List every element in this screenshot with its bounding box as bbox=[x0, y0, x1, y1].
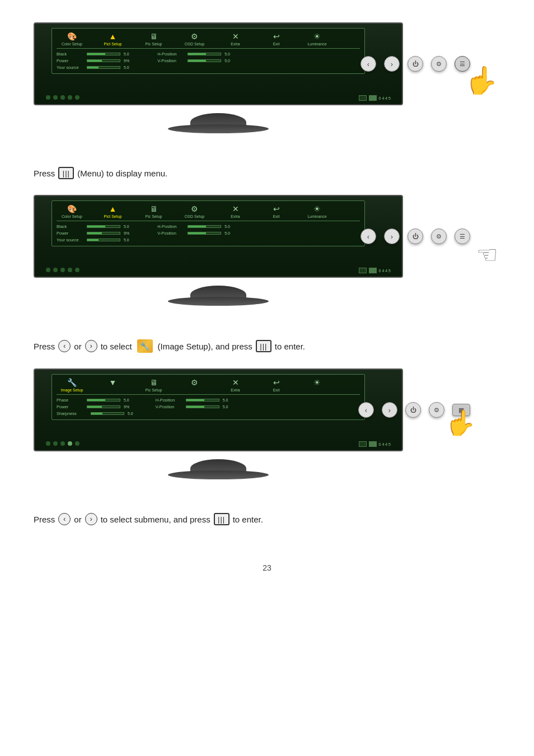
monitor-base-3 bbox=[168, 470, 269, 479]
menu-icon-box-1: ||| bbox=[58, 167, 74, 179]
or-text-2: or bbox=[74, 342, 81, 351]
monitor-screen-1: 🎨 Color Setup ▲ Pict Setup 🖥 Pic Setup bbox=[34, 22, 403, 105]
osd3-tab-blank3: ☀ bbox=[302, 378, 332, 392]
monitor-base-2 bbox=[168, 297, 269, 306]
section-1: 🎨 Color Setup ▲ Pict Setup 🖥 Pic Setup bbox=[34, 22, 500, 151]
osd2-tab-color: 🎨 Color Setup bbox=[57, 204, 87, 218]
instruction-3: Press ‹ or › to select submenu, and pres… bbox=[34, 513, 263, 525]
osd2-tab-extra: ✕ Extra bbox=[220, 204, 251, 218]
page-number: 23 bbox=[263, 563, 271, 572]
btn-settings-2[interactable]: ⚙ bbox=[431, 228, 447, 244]
instruction-1-prefix: Press bbox=[34, 169, 55, 178]
arrow-right-btn-2[interactable]: › bbox=[85, 340, 97, 352]
osd-tab-exit: ↩ Exit bbox=[261, 32, 292, 46]
arrow-left-btn-3[interactable]: ‹ bbox=[58, 513, 71, 525]
btn-power-3[interactable]: ⏻ bbox=[405, 402, 421, 418]
instruction-3-prefix: Press bbox=[34, 515, 55, 524]
menu-icon-sym-1: ||| bbox=[63, 169, 70, 178]
btn-right-2[interactable]: › bbox=[384, 228, 400, 244]
osd-tab-extra: ✕ Extra bbox=[220, 32, 251, 46]
instruction-1: Press ||| (Menu) to display menu. bbox=[34, 167, 167, 179]
monitor-base-1 bbox=[168, 124, 269, 133]
osd-tab-picsetup: 🖥 Pic Setup bbox=[138, 32, 169, 46]
instruction-1-suffix: (Menu) to display menu. bbox=[77, 169, 167, 178]
osd2-tab-pictsetup: ▲ Pict Setup bbox=[97, 204, 128, 218]
menu-icon-box-2: ||| bbox=[256, 340, 271, 352]
monitor-screen-3: 🔧 Image Setup ▼ 🖥 Pic Setup ⚙ bbox=[34, 368, 403, 451]
section-2: 🎨 Color Setup ▲ Pict Setup 🖥 Pic Setup bbox=[34, 195, 500, 324]
section-3: 🔧 Image Setup ▼ 🖥 Pic Setup ⚙ bbox=[34, 368, 500, 497]
mid-text-2: to select bbox=[101, 342, 132, 351]
end-text-2: to enter. bbox=[275, 342, 305, 351]
monitor-buttons-2: ‹ › ⏻ ⚙ ☰ bbox=[360, 228, 470, 244]
btn-settings-3[interactable]: ⚙ bbox=[429, 402, 444, 418]
menu-icon-sym-2: ||| bbox=[260, 342, 267, 351]
btn-right-1[interactable]: › bbox=[384, 56, 400, 72]
monitor-area-2: 🎨 Color Setup ▲ Pict Setup 🖥 Pic Setup bbox=[34, 195, 493, 324]
arrow-right-btn-3[interactable]: › bbox=[85, 513, 97, 525]
btn-settings-1[interactable]: ⚙ bbox=[431, 56, 447, 72]
osd-1: 🎨 Color Setup ▲ Pict Setup 🖥 Pic Setup bbox=[51, 28, 365, 74]
finger-icon-1: 👆 bbox=[465, 67, 498, 94]
osd-tab-pictsetup: ▲ Pict Setup bbox=[97, 32, 128, 46]
osd2-tab-luminance: ☀ Luminance bbox=[302, 204, 332, 218]
osd2-tab-exit: ↩ Exit bbox=[261, 204, 292, 218]
osd3-tab-blank2: ⚙ bbox=[179, 378, 210, 392]
osd-tab-luminance: ☀ Luminance bbox=[302, 32, 332, 46]
btn-power-2[interactable]: ⏻ bbox=[407, 228, 423, 244]
osd3-tab-exit: ↩ Exit bbox=[261, 378, 292, 392]
instruction-2-prefix: Press bbox=[34, 342, 55, 351]
osd2-tab-picsetup: 🖥 Pic Setup bbox=[138, 204, 169, 218]
page-container: 🎨 Color Setup ▲ Pict Setup 🖥 Pic Setup bbox=[0, 0, 534, 756]
arrow-left-btn-2[interactable]: ‹ bbox=[58, 340, 71, 352]
osd-tab-color: 🎨 Color Setup bbox=[57, 32, 87, 46]
osd-tab-osdsetup: ⚙ OSD Setup bbox=[179, 32, 210, 46]
osd3-tab-extra: ✕ Extra bbox=[220, 378, 251, 392]
monitor-area-1: 🎨 Color Setup ▲ Pict Setup 🖥 Pic Setup bbox=[34, 22, 493, 151]
osd-3: 🔧 Image Setup ▼ 🖥 Pic Setup ⚙ bbox=[51, 374, 365, 420]
btn-left-3[interactable]: ‹ bbox=[358, 402, 374, 418]
btn-menu-2[interactable]: ☰ bbox=[455, 228, 470, 244]
osd3-tab-picsetup: 🖥 Pic Setup bbox=[138, 378, 169, 392]
suffix-text-2: (Image Setup), and press bbox=[158, 342, 252, 351]
menu-icon-box-3: ||| bbox=[214, 513, 229, 525]
finger-icon-3: 👆 bbox=[445, 410, 476, 435]
btn-power-1[interactable]: ⏻ bbox=[407, 56, 423, 72]
btn-right-3[interactable]: › bbox=[382, 402, 397, 418]
or-text-3: or bbox=[74, 515, 81, 524]
monitor-buttons-1: ‹ › ⏻ ⚙ ☰ bbox=[360, 56, 470, 72]
monitor-screen-2: 🎨 Color Setup ▲ Pict Setup 🖥 Pic Setup bbox=[34, 195, 403, 278]
monitor-area-3: 🔧 Image Setup ▼ 🖥 Pic Setup ⚙ bbox=[34, 368, 493, 497]
osd-2: 🎨 Color Setup ▲ Pict Setup 🖥 Pic Setup bbox=[51, 200, 365, 246]
btn-left-1[interactable]: ‹ bbox=[360, 56, 376, 72]
end-text-3: to enter. bbox=[233, 515, 263, 524]
image-setup-icon-2: 🔧 bbox=[137, 339, 153, 353]
osd3-tab-blank1: ▼ bbox=[97, 378, 128, 392]
mid-text-3: to select submenu, and press bbox=[101, 515, 210, 524]
osd3-tab-imgsetup: 🔧 Image Setup bbox=[57, 378, 87, 392]
osd2-tab-osdsetup: ⚙ OSD Setup bbox=[179, 204, 210, 218]
btn-left-2[interactable]: ‹ bbox=[360, 228, 376, 244]
menu-icon-sym-3: ||| bbox=[218, 515, 225, 524]
finger-icon-2: ☞ bbox=[476, 242, 498, 267]
instruction-2: Press ‹ or › to select 🔧 (Image Setup), … bbox=[34, 339, 305, 353]
